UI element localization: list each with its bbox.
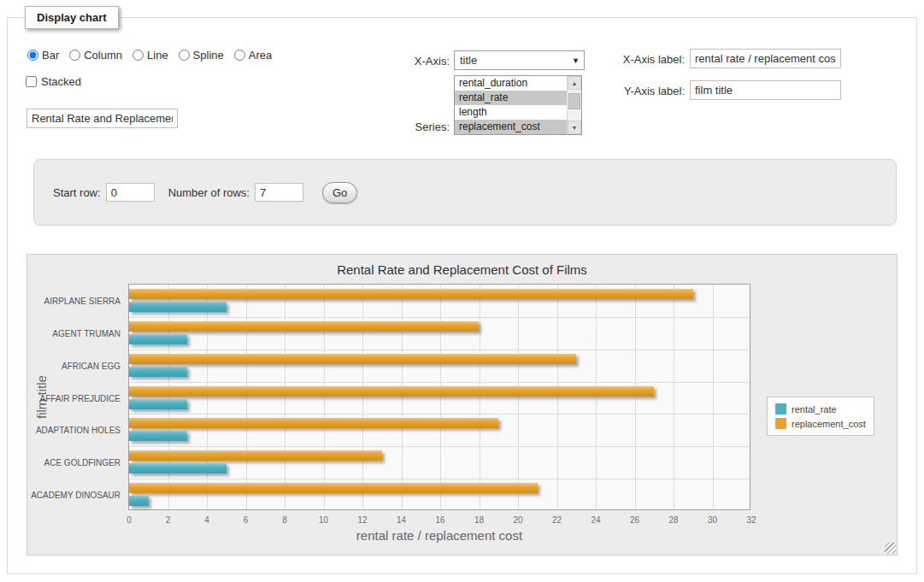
series-option-rental_rate[interactable]: rental_rate [455,91,567,105]
legend-entry: rental_rate [775,402,866,416]
start-row-caption: Start row: [53,186,101,199]
x-tick-label: 14 [397,515,406,525]
chart-type-radio-label: Area [249,49,272,62]
gridline-vertical [207,285,208,509]
chart-type-radio-area[interactable] [234,50,245,61]
gridline-vertical [402,285,403,509]
chart-title: Rental Rate and Replacement Cost of Film… [27,262,897,277]
num-rows-caption: Number of rows: [168,186,250,199]
gridline-vertical [246,285,247,509]
chart-type-radio-line[interactable] [132,50,144,61]
stacked-option[interactable]: Stacked [26,75,81,88]
gridline-vertical [480,285,480,509]
chart-panel: Rental Rate and Replacement Cost of Film… [26,254,898,556]
x-axis-select[interactable]: title ▼ [454,50,585,70]
bar-rental_rate [129,431,187,441]
chart-type-radio-label: Bar [42,49,59,62]
stacked-label: Stacked [41,75,81,88]
x-tick-label: 6 [244,515,249,525]
x-tick-label: 24 [591,515,600,525]
category-label: AIRPLANE SIERRA [44,297,121,306]
x-tick-label: 16 [435,515,444,525]
chart-type-radio-column[interactable] [69,50,80,61]
listbox-scrollbar[interactable]: ▲ ▼ [567,76,581,134]
gridline-horizontal [129,382,750,383]
gridline-horizontal [129,479,750,479]
num-rows-input[interactable] [255,183,303,202]
chart-type-radio-spline[interactable] [179,50,190,61]
gridline-vertical [713,285,714,509]
bar-replacement_cost [129,386,654,397]
x-tick-label: 22 [552,515,562,525]
x-tick-label: 26 [630,515,639,525]
gridline-vertical [324,285,325,509]
x-tick-label: 12 [357,515,367,525]
x-tick-label: 8 [282,515,287,525]
x-tick-label: 30 [708,515,717,525]
gridline-vertical [168,285,169,509]
panel-title: Display chart [25,6,119,29]
chart-legend: rental_ratereplacement_cost [767,397,874,436]
chart-type-option-column[interactable]: Column [69,49,122,62]
chart-type-radio-label: Line [147,49,168,62]
x-axis-caption: X-Axis: [384,55,450,68]
gridline-vertical [440,285,441,509]
legend-swatch [775,418,786,429]
category-label: ADAPTATION HOLES [36,426,121,435]
plot-area: 02468101214161820222426283032AIRPLANE SI… [128,284,750,510]
chart-title-input[interactable] [26,109,178,128]
series-option-rental_duration[interactable]: rental_duration [455,76,567,91]
gridline-vertical [635,285,636,509]
scroll-up-icon[interactable]: ▲ [568,76,581,90]
bar-rental_rate [129,399,187,409]
chevron-down-icon: ▼ [572,56,580,65]
category-label: ACADEMY DINOSAUR [31,491,121,500]
start-row-input[interactable] [106,183,155,202]
bar-replacement_cost [129,289,693,299]
stacked-checkbox[interactable] [26,76,37,87]
bar-rental_rate [129,302,227,312]
bar-rental_rate [129,496,149,506]
scrollbar-thumb[interactable] [568,93,580,109]
go-button[interactable]: Go [322,182,357,203]
series-option-replacement_cost[interactable]: replacement_cost [455,120,567,134]
chart-type-option-bar[interactable]: Bar [27,49,59,62]
gridline-vertical [674,285,674,509]
x-tick-label: 18 [474,515,484,525]
chart-type-option-line[interactable]: Line [132,49,168,62]
bar-rental_rate [129,367,187,377]
y-axis-label-caption: Y-Axis label: [597,85,685,97]
series-options: rental_durationrental_ratelengthreplacem… [455,76,567,134]
x-tick-label: 20 [513,515,522,525]
series-listbox[interactable]: rental_durationrental_ratelengthreplacem… [454,75,582,135]
bar-rental_rate [129,463,227,473]
x-tick-label: 2 [166,515,171,525]
gridline-vertical [557,285,558,509]
resize-handle[interactable] [885,543,896,554]
legend-entry: replacement_cost [775,416,866,431]
chart-type-radio-bar[interactable] [27,50,38,61]
x-tick-label: 28 [668,515,678,525]
x-tick-label: 32 [746,515,756,525]
x-axis-label-caption: X-Axis label: [597,53,685,66]
x-axis-title: rental rate / replacement cost [128,528,750,543]
gridline-vertical [518,285,519,509]
series-option-length[interactable]: length [455,105,567,120]
x-tick-label: 4 [204,515,209,525]
bar-replacement_cost [129,450,382,461]
legend-label: rental_rate [792,404,837,414]
bar-rental_rate [129,334,187,344]
category-label: AFRICAN EGG [62,362,121,371]
display-chart-panel: Display chart BarColumnLineSplineArea St… [7,17,917,574]
chart-type-option-spline[interactable]: Spline [179,49,224,62]
y-axis-label-input[interactable] [690,80,841,100]
category-label: AFFAIR PREJUDICE [40,394,121,403]
legend-swatch [775,403,786,414]
category-label: AGENT TRUMAN [52,329,121,338]
category-label: ACE GOLDFINGER [44,458,121,467]
gridline-vertical [362,285,363,509]
x-axis-label-input[interactable] [690,49,841,68]
gridline-horizontal [129,446,750,447]
chart-type-option-area[interactable]: Area [234,49,272,62]
scroll-down-icon[interactable]: ▼ [568,121,581,134]
